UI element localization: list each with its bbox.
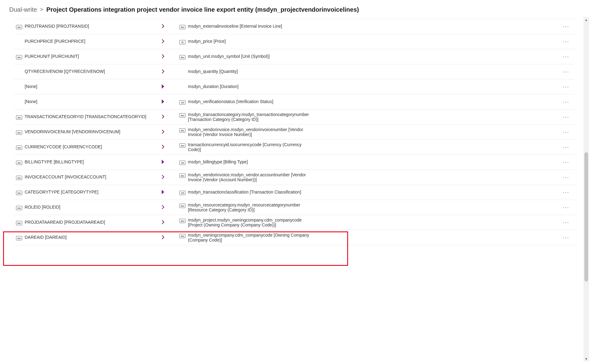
mapping-direction[interactable] [149,219,177,226]
source-field-name: QTYRECEIVENOW [QTYRECEIVENOW] [25,69,105,74]
mapping-row[interactable]: AbcVENDORINVOICENUM [VENDORINVOICENUM]Ab… [14,125,575,140]
target-field: msdyn_duration [Duration] [177,84,408,90]
mapping-direction[interactable] [149,114,177,120]
row-actions-button[interactable]: ··· [408,69,575,75]
arrow-open-icon[interactable] [161,204,165,211]
target-field: msdyn_quantity [Quantity] [177,69,408,74]
mapping-direction[interactable] [149,84,177,90]
target-field-name: transactioncurrencyid.isocurrencycode [C… [188,142,311,152]
row-actions-button[interactable]: ··· [408,38,575,45]
scroll-up-arrow[interactable]: ▲ [583,17,589,22]
arrow-open-icon[interactable] [161,23,165,30]
target-field: Abcmsdyn_externalinvoiceline [External I… [177,24,408,29]
row-actions-button[interactable]: ··· [408,159,575,166]
mapping-direction[interactable] [149,99,177,105]
arrow-solid-icon[interactable] [161,159,165,166]
mapping-direction[interactable] [149,129,177,135]
arrow-open-icon[interactable] [161,234,165,241]
source-field-name: DAREAID [DAREAID] [25,235,67,240]
mapping-row[interactable]: AbcTRANSACTIONCATEGORYID [TRANSACTIONCAT… [14,110,575,125]
mapping-row[interactable]: AbcCURRENCYCODE [CURRENCYCODE]Abctransac… [14,140,575,155]
text-type-icon: Abc [179,143,185,148]
row-actions-button[interactable]: ··· [408,54,575,60]
row-actions-button[interactable]: ··· [408,219,575,226]
target-field: Abcmsdyn_resourcecategory.msdyn_resource… [177,202,408,212]
arrow-open-icon[interactable] [161,219,165,226]
source-field-name: [None] [25,99,37,104]
mapping-direction[interactable] [149,189,177,196]
mapping-row[interactable]: AbcBILLINGTYPE [BILLINGTYPE]123msdyn_bil… [14,155,575,170]
text-type-icon: Abc [179,55,185,59]
arrow-solid-icon[interactable] [161,99,165,105]
row-actions-button[interactable]: ··· [408,129,575,135]
mapping-row[interactable]: AbcPROJTRANSID [PROJTRANSID]Abcmsdyn_ext… [14,19,575,34]
arrow-solid-icon[interactable] [161,189,165,196]
page-title: Project Operations integration project v… [47,6,359,13]
target-field-name: msdyn_externalinvoiceline [External Invo… [188,24,282,29]
mapping-row[interactable]: [None]123msdyn_verificationstatus [Verif… [14,94,575,110]
source-field-name: [None] [25,84,37,89]
breadcrumb: Dual-write > Project Operations integrat… [9,6,580,13]
source-field: QTYRECEIVENOW [QTYRECEIVENOW] [14,69,149,74]
text-type-icon: Abc [179,234,185,238]
target-field: Abcmsdyn_vendorinvoice.msdyn_vendor.acco… [177,172,408,182]
mapping-row[interactable]: AbcROLEID [ROLEID]Abcmsdyn_resourcecateg… [14,200,575,215]
source-field-name: ROLEID [ROLEID] [25,205,60,210]
row-actions-button[interactable]: ··· [408,204,575,211]
mapping-row[interactable]: AbcCATEGORYTYPE [CATEGORYTYPE]123msdyn_t… [14,185,575,200]
source-field: AbcPURCHUNIT [PURCHUNIT] [14,54,149,59]
row-actions-button[interactable]: ··· [408,114,575,120]
source-field: AbcVENDORINVOICENUM [VENDORINVOICENUM] [14,129,149,135]
breadcrumb-separator: > [40,6,43,13]
mapping-direction[interactable] [149,54,177,60]
row-actions-button[interactable]: ··· [408,84,575,90]
mapping-row[interactable]: AbcDAREAID [DAREAID]Abcmsdyn_owningcompa… [14,230,575,245]
row-actions-button[interactable]: ··· [408,174,575,181]
no-type-icon [16,85,22,90]
text-type-icon: Abc [16,191,22,195]
text-type-icon: Abc [179,219,185,223]
scroll-down-arrow[interactable]: ▼ [583,356,589,362]
row-actions-button[interactable]: ··· [408,23,575,30]
mapping-direction[interactable] [149,23,177,30]
mapping-direction[interactable] [149,174,177,181]
arrow-open-icon[interactable] [161,54,165,60]
mapping-row[interactable]: AbcPURCHUNIT [PURCHUNIT]Abcmsdyn_unit.ms… [14,49,575,64]
row-actions-button[interactable]: ··· [408,99,575,105]
mapping-direction[interactable] [149,159,177,166]
scrollbar-thumb[interactable] [584,152,588,282]
arrow-open-icon[interactable] [161,144,165,150]
row-actions-button[interactable]: ··· [408,189,575,196]
row-actions-button[interactable]: ··· [408,144,575,150]
mapping-row[interactable]: AbcINVOICEACCOUNT [INVOICEACCOUNT]Abcmsd… [14,170,575,185]
mapping-direction[interactable] [149,38,177,45]
arrow-open-icon[interactable] [161,129,165,135]
mapping-direction[interactable] [149,234,177,241]
target-field: 123msdyn_billingtype [Billing Type] [177,159,408,165]
source-field-name: TRANSACTIONCATEGORYID [TRANSACTIONCATEGO… [25,114,146,119]
mapping-row[interactable]: QTYRECEIVENOW [QTYRECEIVENOW]msdyn_quant… [14,64,575,79]
source-field: AbcCURRENCYCODE [CURRENCYCODE] [14,144,149,150]
arrow-open-icon[interactable] [161,174,165,181]
text-type-icon: Abc [16,221,22,225]
mapping-row[interactable]: PURCHPRICE [PURCHPRICE]⊡msdyn_price [Pri… [14,34,575,49]
source-field-name: CURRENCYCODE [CURRENCYCODE] [25,144,102,149]
text-type-icon: Abc [179,174,185,178]
row-actions-button[interactable]: ··· [408,234,575,241]
mapping-row[interactable]: [None]msdyn_duration [Duration]··· [14,79,575,94]
text-type-icon: Abc [16,115,22,120]
breadcrumb-parent[interactable]: Dual-write [9,6,37,13]
arrow-solid-icon[interactable] [161,84,165,90]
mapping-direction[interactable] [149,69,177,75]
target-field-name: msdyn_verificationstatus [Verification S… [188,99,273,104]
mapping-row[interactable]: AbcPROJDATAAREAID [PROJDATAAREAID]Abcmsd… [14,215,575,230]
arrow-open-icon[interactable] [161,114,165,120]
arrow-open-icon[interactable] [161,69,165,75]
source-field-name: PROJTRANSID [PROJTRANSID] [25,24,89,29]
mapping-direction[interactable] [149,204,177,211]
number-type-icon: 123 [179,161,185,165]
vertical-scrollbar[interactable]: ▲ ▼ [583,17,589,362]
mapping-direction[interactable] [149,144,177,150]
arrow-open-icon[interactable] [161,38,165,45]
source-field: AbcINVOICEACCOUNT [INVOICEACCOUNT] [14,174,149,180]
